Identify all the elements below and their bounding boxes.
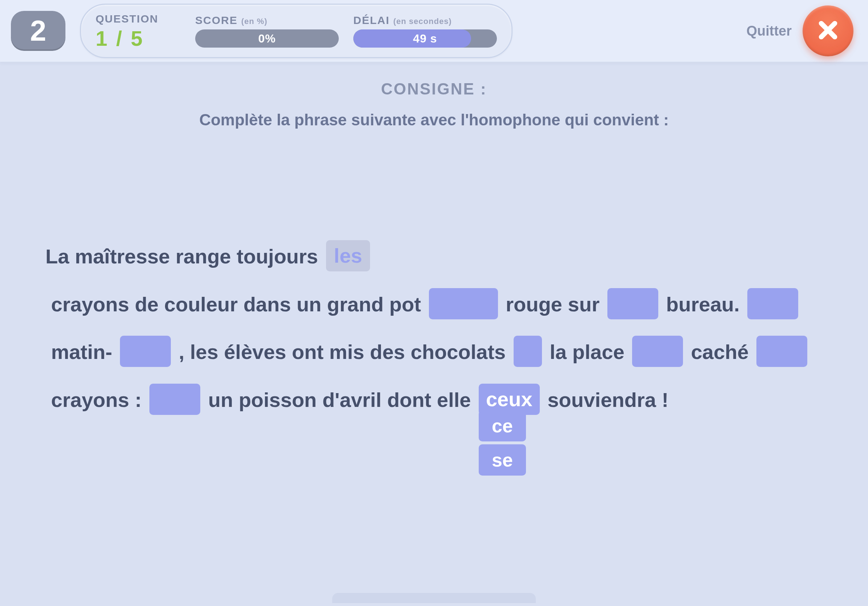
sentence-text: La maîtresse range toujours bbox=[45, 245, 324, 268]
sentence-text: la place bbox=[544, 340, 630, 363]
question-separator: / bbox=[116, 26, 123, 50]
sentence-text: souviendra ! bbox=[542, 388, 669, 411]
blank-0[interactable]: les bbox=[326, 240, 370, 271]
exercise-sentence: La maîtresse range toujours les crayons … bbox=[45, 232, 823, 425]
status-panel: QUESTION 1 / 5 SCORE (en %) 0% DÉLAI (en… bbox=[80, 4, 513, 58]
top-bar: 2 QUESTION 1 / 5 SCORE (en %) 0% bbox=[0, 0, 868, 62]
question-value: 1 / 5 bbox=[96, 28, 181, 49]
consigne-title: CONSIGNE : bbox=[0, 80, 868, 98]
quit-button[interactable] bbox=[803, 5, 854, 56]
blank-5[interactable] bbox=[514, 336, 542, 367]
sentence-text: crayons : bbox=[45, 388, 147, 411]
consigne-text: Complète la phrase suivante avec l'homop… bbox=[0, 111, 868, 129]
delay-label: DÉLAI bbox=[353, 14, 390, 26]
score-meter: SCORE (en %) 0% bbox=[195, 14, 339, 48]
blank-9-options: cese bbox=[479, 410, 526, 476]
blank-9-option-0[interactable]: ce bbox=[479, 410, 526, 441]
blank-2[interactable] bbox=[608, 288, 658, 319]
sentence-text: bureau. bbox=[660, 293, 745, 316]
question-counter: QUESTION 1 / 5 bbox=[96, 13, 181, 49]
delay-bar: 49 s bbox=[353, 29, 497, 48]
quit-area: Quitter bbox=[746, 5, 854, 56]
level-badge: 2 bbox=[11, 11, 65, 51]
delay-meter: DÉLAI (en secondes) 49 s bbox=[353, 14, 497, 48]
question-current: 1 bbox=[96, 26, 108, 50]
consigne-block: CONSIGNE : Complète la phrase suivante a… bbox=[0, 80, 868, 129]
score-sublabel: (en %) bbox=[241, 17, 268, 26]
blank-8[interactable] bbox=[149, 383, 200, 415]
question-label: QUESTION bbox=[96, 13, 158, 25]
quit-label: Quitter bbox=[746, 23, 792, 39]
blank-7[interactable] bbox=[756, 336, 807, 367]
question-total: 5 bbox=[131, 26, 144, 50]
delay-value: 49 s bbox=[413, 32, 437, 45]
bottom-drawer-handle[interactable] bbox=[332, 593, 536, 603]
delay-sublabel: (en secondes) bbox=[393, 17, 452, 26]
sentence-text: crayons de couleur dans un grand pot bbox=[45, 293, 427, 316]
blank-4[interactable] bbox=[120, 336, 171, 367]
blank-9-option-1[interactable]: se bbox=[479, 444, 526, 476]
sentence-text: caché bbox=[685, 340, 754, 363]
sentence-text: matin- bbox=[45, 340, 118, 363]
blank-1[interactable] bbox=[429, 288, 498, 319]
score-label: SCORE bbox=[195, 14, 238, 26]
sentence-text: un poisson d'avril dont elle bbox=[203, 388, 476, 411]
blank-3[interactable] bbox=[747, 288, 798, 319]
delay-bar-fill bbox=[353, 29, 471, 48]
blank-9-dropdown: ceuxcese bbox=[479, 375, 540, 423]
sentence-text: , les élèves ont mis des chocolats bbox=[173, 340, 512, 363]
score-bar: 0% bbox=[195, 29, 339, 48]
sentence-text: rouge sur bbox=[500, 293, 605, 316]
score-value: 0% bbox=[258, 32, 276, 45]
blank-6[interactable] bbox=[632, 336, 683, 367]
close-icon bbox=[816, 19, 840, 43]
